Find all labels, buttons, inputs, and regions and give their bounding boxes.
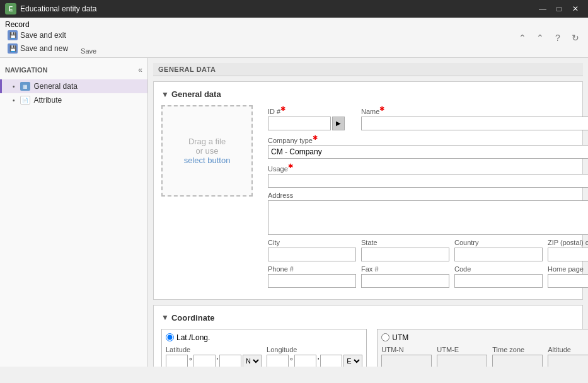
save-and-new-icon: 💾	[8, 43, 18, 54]
help-button[interactable]: ?	[550, 30, 565, 45]
longitude-field: Longitude ° ' EW	[267, 346, 362, 367]
id-arrow-button[interactable]: ▶	[332, 117, 345, 130]
country-input[interactable]	[454, 248, 543, 261]
sidebar-item-general-data[interactable]: • ▦ General data	[0, 79, 147, 93]
utme-input[interactable]	[437, 355, 487, 367]
zip-label: ZIP (postal) code	[548, 239, 588, 246]
homepage-group: Home page 🔗	[548, 265, 588, 288]
phone-input[interactable]	[268, 274, 356, 288]
longitude-inputs: ° ' EW	[267, 355, 362, 367]
window-controls: — □ ✕	[535, 3, 583, 15]
zip-input[interactable]	[548, 248, 588, 261]
section-toggle-icon[interactable]: ▼	[161, 90, 169, 99]
title-bar: E Educational entity data — □ ✕	[0, 0, 588, 18]
company-type-input[interactable]	[268, 145, 588, 159]
app-icon: E	[5, 3, 16, 14]
city-group: City	[268, 239, 356, 261]
id-required: ✱	[280, 105, 285, 112]
timezone-label: Time zone	[492, 346, 543, 353]
latlong-radio[interactable]	[166, 333, 174, 341]
homepage-input[interactable]	[548, 274, 588, 288]
close-button[interactable]: ✕	[568, 3, 583, 15]
altitude-field: Altitude	[548, 346, 588, 367]
or-text: or use	[195, 146, 218, 156]
maximize-button[interactable]: □	[551, 3, 567, 15]
utme-field: UTM-E	[437, 346, 487, 367]
usage-select[interactable]	[268, 174, 588, 188]
minimize-button[interactable]: —	[535, 3, 550, 15]
id-input[interactable]	[268, 117, 331, 130]
utmn-input[interactable]	[381, 355, 432, 367]
nav-up-button[interactable]: ⌃	[515, 30, 530, 45]
phone-group: Phone #	[268, 265, 356, 288]
lat-min-input[interactable]	[193, 355, 216, 367]
usage-label: Usage✱	[268, 163, 588, 173]
code-input[interactable]	[454, 274, 543, 288]
timezone-input[interactable]	[492, 355, 543, 367]
state-group: State	[361, 239, 449, 261]
lon-sec-input[interactable]	[320, 355, 342, 367]
name-required: ✱	[379, 105, 384, 112]
lat-sec-input[interactable]	[219, 355, 241, 367]
bullet-general: •	[13, 83, 15, 90]
homepage-row: 🔗	[548, 274, 588, 288]
section-header-bar: GENERAL DATA	[153, 63, 583, 76]
file-drop-area[interactable]: Drag a file or use select button	[161, 105, 253, 197]
phone-label: Phone #	[268, 265, 356, 273]
name-label: Name✱	[361, 105, 588, 115]
altitude-input[interactable]	[548, 355, 588, 367]
refresh-button[interactable]: ↻	[568, 30, 583, 45]
state-label: State	[361, 239, 449, 246]
toolbar-inner: Record 💾 Save and exit 💾 Save and new	[0, 18, 76, 57]
select-button[interactable]: select button	[184, 156, 231, 165]
id-name-row: ID #✱ ▶ Name✱	[268, 105, 588, 130]
city-label: City	[268, 239, 356, 246]
form-right: ID #✱ ▶ Name✱	[268, 105, 588, 292]
latitude-field: Latitude ° ' NS	[166, 346, 262, 367]
record-label: Record	[5, 20, 71, 29]
utmn-field: UTM-N	[381, 346, 432, 367]
country-label: Country	[454, 239, 543, 246]
address-label: Address	[268, 192, 588, 199]
country-group: Country	[454, 239, 543, 261]
zip-group: ZIP (postal) code	[548, 239, 588, 261]
save-and-new-button[interactable]: 💾 Save and new	[5, 42, 71, 55]
name-group: Name✱	[361, 105, 588, 130]
lon-deg-input[interactable]	[267, 355, 289, 367]
attribute-icon: 📄	[20, 96, 30, 105]
sidebar-general-label: General data	[34, 82, 78, 91]
company-type-group: Company type✱	[268, 134, 588, 159]
save-and-exit-button[interactable]: 💾 Save and exit	[5, 29, 71, 42]
lat-dir-select[interactable]: NS	[243, 355, 262, 367]
latitude-inputs: ° ' NS	[166, 355, 262, 367]
code-label: Code	[454, 265, 543, 273]
city-input[interactable]	[268, 248, 356, 261]
sidebar-header: NAVIGATION «	[0, 63, 147, 79]
lon-min-input[interactable]	[294, 355, 316, 367]
fax-input[interactable]	[361, 274, 449, 288]
lat-deg-input[interactable]	[166, 355, 188, 367]
nav-up2-button[interactable]: ⌃	[533, 30, 548, 45]
latlong-radio-label[interactable]: Lat./Long.	[166, 333, 362, 342]
state-input[interactable]	[361, 248, 449, 261]
name-input[interactable]	[361, 117, 588, 130]
sidebar-collapse-button[interactable]: «	[138, 66, 142, 74]
latlong-group: Lat./Long. Latitude ° '	[161, 329, 367, 367]
timezone-field: Time zone	[492, 346, 543, 367]
address-textarea[interactable]	[268, 200, 588, 235]
lon-dir-select[interactable]: EW	[343, 355, 362, 367]
altitude-label: Altitude	[548, 346, 588, 353]
save-and-new-label: Save and new	[20, 44, 68, 53]
header-toolbar: Record 💾 Save and exit 💾 Save and new Sa…	[0, 18, 588, 58]
nav-label: NAVIGATION	[5, 66, 47, 74]
sidebar-item-attribute[interactable]: • 📄 Attribute	[0, 93, 147, 107]
coordinate-toggle[interactable]: ▼	[161, 313, 169, 322]
utm-radio-label[interactable]: UTM	[381, 333, 588, 342]
coordinate-title: ▼ Coordinate	[161, 313, 575, 323]
general-data-title: ▼ General data	[161, 89, 575, 99]
general-data-icon: ▦	[20, 82, 30, 91]
fax-group: Fax #	[361, 265, 449, 288]
utm-radio[interactable]	[381, 333, 389, 341]
utm-fields: UTM-N UTM-E Time zone Altitude	[381, 346, 588, 367]
homepage-label: Home page	[548, 265, 588, 273]
